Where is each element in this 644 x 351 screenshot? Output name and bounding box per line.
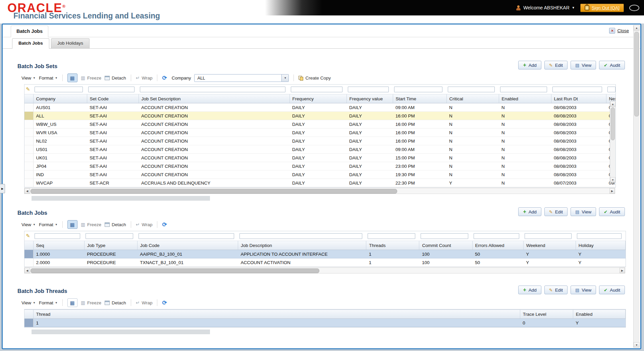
table-cell[interactable]: DAILY [346, 170, 393, 179]
table-cell[interactable]: N [446, 137, 499, 145]
detach-button[interactable]: Detach [105, 300, 126, 305]
create-copy-button[interactable]: Create Copy [299, 76, 331, 81]
scroll-down-icon[interactable]: ▼ [610, 177, 615, 183]
column-header[interactable]: Frequency [289, 94, 346, 103]
table-cell[interactable]: 16:00 PM [393, 112, 446, 120]
table-cell[interactable]: DAILY [346, 129, 393, 137]
table-cell[interactable]: 08/08/2003 [551, 129, 606, 137]
close-button[interactable]: ✕ Close [609, 28, 629, 34]
table-cell[interactable]: N [499, 179, 551, 187]
filter-input[interactable] [607, 87, 615, 92]
wrap-button[interactable]: ↵Wrap [136, 76, 153, 81]
audit-button[interactable]: ✔Audit [599, 61, 625, 69]
table-cell[interactable]: DAILY [289, 120, 346, 129]
table-cell[interactable]: ACCOUNT CREATION [139, 112, 289, 120]
filter-input[interactable] [88, 87, 135, 92]
column-header[interactable]: Company [33, 94, 87, 103]
table-cell[interactable]: N [446, 120, 499, 129]
table-cell[interactable]: SET-AAI [87, 129, 139, 137]
table-cell[interactable]: DAILY [289, 179, 346, 187]
job-sets-horizontal-scrollbar[interactable]: ◀ ▶ [24, 188, 615, 194]
table-cell[interactable]: Y [523, 250, 576, 258]
wrap-button[interactable]: ↵Wrap [136, 300, 153, 305]
query-by-example-toggle[interactable]: ▦ [67, 298, 77, 307]
qbe-pencil-icon[interactable]: ✎ [26, 233, 30, 239]
panel-expand-handle[interactable]: ▶ [0, 184, 5, 193]
column-header[interactable]: Set Code [87, 94, 139, 103]
column-header[interactable]: Seq [33, 241, 84, 250]
format-menu[interactable]: Format▼ [39, 222, 58, 227]
table-cell[interactable]: 1 [33, 319, 520, 327]
filter-input[interactable] [239, 233, 362, 239]
column-header[interactable]: Enabled [573, 310, 625, 319]
table-cell[interactable]: 09:00 AM [393, 103, 446, 112]
column-header[interactable]: Job Description [238, 241, 366, 250]
table-cell[interactable]: SET-AAI [87, 103, 139, 112]
table-cell[interactable]: 1 [366, 258, 419, 267]
table-cell[interactable]: UK01 [33, 154, 87, 162]
table-cell[interactable]: 08/08/2003 [551, 162, 606, 170]
table-cell[interactable]: SET-AAI [87, 112, 139, 120]
table-row[interactable]: 2.0000PROCEDURETXNACT_BJ_100_01ACCOUNT A… [24, 258, 626, 267]
table-cell[interactable]: 08/08/2003 [551, 145, 606, 154]
table-cell[interactable]: DAILY [289, 137, 346, 145]
table-cell[interactable]: N [499, 154, 551, 162]
row-selector[interactable] [24, 162, 33, 170]
table-cell[interactable]: 08/08/2003 [551, 154, 606, 162]
tab-batch-jobs[interactable]: Batch Jobs [12, 38, 49, 49]
table-cell[interactable]: ACCOUNT CREATION [139, 162, 289, 170]
scrollbar-thumb[interactable] [634, 32, 639, 116]
scroll-left-icon[interactable]: ◀ [24, 188, 30, 194]
user-menu[interactable]: Welcome ABSHEKAR ▼ [516, 5, 575, 10]
row-selector[interactable] [24, 103, 33, 112]
column-header[interactable]: Holiday [576, 241, 625, 250]
table-cell[interactable]: 08/08/2003 [551, 103, 606, 112]
table-cell[interactable]: SET-AAI [87, 170, 139, 179]
row-selector[interactable] [24, 179, 33, 187]
column-header[interactable]: Critical [446, 94, 499, 103]
row-selector[interactable] [24, 319, 33, 327]
filter-input[interactable] [35, 233, 80, 239]
table-cell[interactable]: N [499, 103, 551, 112]
table-cell[interactable]: WVCAP [33, 179, 87, 187]
page-vertical-scrollbar[interactable]: ▲ ▼ [633, 25, 640, 348]
table-cell[interactable]: 1.0000 [33, 250, 84, 258]
table-cell[interactable]: Y [576, 250, 625, 258]
table-cell[interactable]: JP04 [33, 162, 87, 170]
scroll-right-icon[interactable]: ▶ [620, 268, 625, 273]
table-cell[interactable]: WBW_US [33, 120, 87, 129]
column-header[interactable]: Start Time [393, 94, 446, 103]
table-cell[interactable]: 0 [520, 319, 573, 327]
table-cell[interactable]: SET-AAI [87, 145, 139, 154]
filter-input[interactable] [552, 87, 602, 92]
table-cell[interactable]: ACCOUNT CREATION [139, 154, 289, 162]
table-cell[interactable]: NL02 [33, 137, 87, 145]
table-cell[interactable]: ACCRUALS AND DELINQUENCY [139, 179, 289, 187]
column-header[interactable]: Errors Allowed [472, 241, 523, 250]
table-cell[interactable]: APPLICATION TO ACCOUNT INTERFACE [238, 250, 366, 258]
table-cell[interactable]: 16:00 PM [393, 120, 446, 129]
table-row[interactable]: US01SET-AAIACCOUNT CREATIONDAILYDAILY09:… [24, 145, 616, 154]
view-button[interactable]: ▤View [571, 286, 596, 294]
column-header[interactable]: Frequency value [346, 94, 393, 103]
table-cell[interactable]: N [446, 170, 499, 179]
tab-job-holidays[interactable]: Job Holidays [51, 38, 90, 48]
table-cell[interactable]: DAILY [346, 112, 393, 120]
table-row[interactable]: 10Y [24, 319, 626, 327]
table-cell[interactable]: 50 [472, 258, 523, 267]
table-row[interactable]: 1.0000PROCEDUREAAIPRC_BJ_100_01APPLICATI… [24, 250, 626, 258]
table-cell[interactable]: 100 [419, 258, 472, 267]
row-selector[interactable] [24, 154, 33, 162]
table-cell[interactable]: WVR USA [33, 129, 87, 137]
table-cell[interactable]: ACCOUNT CREATION [139, 129, 289, 137]
table-cell[interactable]: DAILY [346, 120, 393, 129]
audit-button[interactable]: ✔Audit [599, 286, 625, 294]
freeze-button[interactable]: ▥Freeze [81, 300, 101, 305]
table-cell[interactable]: N [499, 145, 551, 154]
table-cell[interactable]: N [446, 162, 499, 170]
table-cell[interactable]: 16:00 PM [393, 137, 446, 145]
table-cell[interactable]: ACCOUNT CREATION [139, 145, 289, 154]
view-button[interactable]: ▤View [571, 207, 596, 216]
table-cell[interactable]: DAILY [289, 112, 346, 120]
filter-input[interactable] [421, 233, 468, 239]
